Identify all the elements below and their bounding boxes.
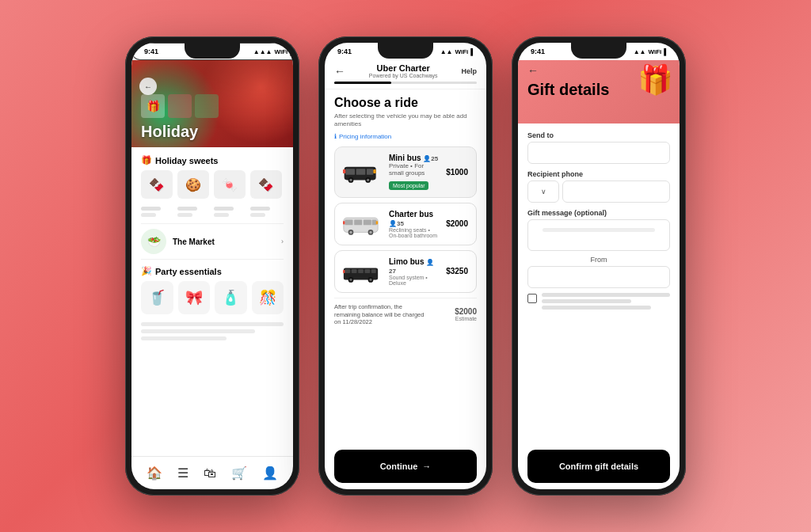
the-market-row[interactable]: 🥗 The Market › bbox=[141, 223, 284, 260]
svg-rect-3 bbox=[367, 169, 373, 176]
nav-bag-icon[interactable]: 🛍 bbox=[204, 466, 216, 481]
nav-search-icon[interactable]: ☰ bbox=[177, 466, 188, 481]
confirm-gift-button[interactable]: Confirm gift details bbox=[527, 450, 670, 483]
svg-rect-24 bbox=[358, 269, 364, 273]
mini-bus-price: $1000 bbox=[446, 168, 468, 177]
svg-rect-8 bbox=[343, 169, 345, 173]
svg-rect-19 bbox=[343, 221, 345, 224]
estimate-text: After trip confirmation, the remaining b… bbox=[334, 303, 429, 326]
svg-rect-9 bbox=[373, 169, 375, 173]
limo-bus-price: $3250 bbox=[446, 267, 468, 276]
svg-point-18 bbox=[369, 231, 371, 234]
phone2-title: Uber Charter bbox=[369, 63, 438, 73]
market-label: The Market bbox=[173, 238, 215, 246]
phone3-content: Send to Recipient phone ∨ Gift message (… bbox=[518, 124, 680, 446]
notch-2 bbox=[378, 43, 433, 59]
phone1-header: 🎁 Holiday ← bbox=[131, 60, 293, 147]
info-icon: ℹ bbox=[334, 133, 337, 140]
choose-ride-title: Choose a ride bbox=[334, 96, 477, 110]
party-essentials-title: 🎉 Party essentials bbox=[141, 266, 284, 276]
phone2-subtitle: Powered by US Coachways bbox=[369, 73, 438, 78]
wifi-icon-2: WiFi bbox=[455, 48, 469, 55]
market-chevron-icon: › bbox=[281, 238, 284, 245]
uber-progress-bar bbox=[334, 82, 477, 84]
svg-rect-26 bbox=[371, 269, 376, 273]
charter-bus-card[interactable]: Charter bus 👤35 Reclining seats • On-boa… bbox=[334, 203, 477, 245]
limo-bus-info: Limo bus 👤27 Sound system • Deluxe bbox=[389, 257, 440, 286]
phone-3: 9:41 ▲▲ WiFi ▌ ← Gift details 🎁 Send to … bbox=[512, 36, 686, 496]
gift-message-input[interactable] bbox=[527, 219, 670, 251]
status-icons-1: ▲▲▲ WiFi ▌ bbox=[253, 48, 293, 55]
recipient-phone-label: Recipient phone bbox=[527, 170, 670, 178]
charter-bus-name: Charter bus 👤35 bbox=[389, 210, 440, 227]
svg-rect-12 bbox=[354, 219, 362, 225]
phone-2: 9:41 ▲▲ WiFi ▌ ← Uber Charter Powered by… bbox=[318, 36, 493, 496]
limo-bus-card[interactable]: Limo bus 👤27 Sound system • Deluxe $3250 bbox=[334, 250, 477, 293]
phone1-header-image: 🎁 Holiday bbox=[131, 60, 293, 147]
most-popular-badge: Most popular bbox=[389, 181, 428, 190]
estimate-row: After trip confirmation, the remaining b… bbox=[334, 298, 477, 331]
checkbox[interactable] bbox=[527, 294, 537, 303]
item-chocolate2: 🍫 bbox=[250, 170, 282, 199]
bottom-lines bbox=[141, 319, 284, 347]
nav-profile-icon[interactable]: 👤 bbox=[262, 466, 278, 481]
svg-rect-23 bbox=[352, 269, 357, 273]
uber-progress-fill bbox=[334, 82, 391, 84]
svg-rect-31 bbox=[343, 270, 345, 273]
notch-1 bbox=[185, 43, 240, 59]
item-chocolate: 🍫 bbox=[141, 170, 173, 199]
svg-point-28 bbox=[349, 279, 352, 281]
nav-home-icon[interactable]: 🏠 bbox=[147, 466, 162, 481]
wifi-icon-3: WiFi bbox=[649, 48, 662, 55]
mini-bus-card[interactable]: Mini bus 👤25 Private • For small groups … bbox=[334, 146, 477, 198]
svg-rect-14 bbox=[372, 219, 377, 225]
choose-ride-subtitle: After selecting the vehicle you may be a… bbox=[334, 112, 477, 129]
gift-emoji-icon: 🎁 bbox=[638, 63, 673, 97]
mini-bus-info: Mini bus 👤25 Private • For small groups … bbox=[389, 154, 440, 191]
phone-number-input[interactable] bbox=[562, 180, 670, 203]
party-items: 🥤 🎀 🧴 🎊 bbox=[141, 281, 284, 314]
from-input[interactable] bbox=[527, 266, 670, 288]
mini-bus-image bbox=[343, 158, 383, 186]
phone2-header: ← Uber Charter Powered by US Coachways H… bbox=[325, 60, 486, 89]
phone2-content: Choose a ride After selecting the vehicl… bbox=[325, 89, 486, 445]
svg-rect-22 bbox=[345, 269, 351, 273]
holiday-sweets-items: 🍫 🍪 🍬 🍫 bbox=[141, 170, 284, 199]
send-to-label: Send to bbox=[527, 131, 670, 139]
svg-point-16 bbox=[349, 231, 352, 234]
signal-icon-2: ▲▲ bbox=[440, 48, 453, 55]
svg-point-5 bbox=[349, 179, 352, 181]
help-button[interactable]: Help bbox=[461, 67, 477, 75]
limo-bus-name: Limo bus 👤27 bbox=[389, 257, 440, 275]
phone1-back-button[interactable]: ← bbox=[139, 78, 157, 95]
svg-rect-25 bbox=[365, 269, 371, 273]
item-cup: 🥤 bbox=[141, 281, 173, 314]
phone1-content: 🎁 Holiday sweets 🍫 🍪 🍬 🍫 🥗 The Market › bbox=[131, 147, 293, 456]
pricing-info-link[interactable]: ℹ Pricing information bbox=[334, 133, 477, 140]
holiday-sweets-title: 🎁 Holiday sweets bbox=[141, 155, 284, 165]
charter-bus-info: Charter bus 👤35 Reclining seats • On-boa… bbox=[389, 210, 440, 238]
estimate-amount: $2000 bbox=[455, 307, 477, 316]
gift-message-label: Gift message (optional) bbox=[527, 209, 670, 217]
continue-button[interactable]: Continue → bbox=[334, 450, 477, 483]
mini-bus-name: Mini bus 👤25 bbox=[389, 154, 440, 162]
time-1: 9:41 bbox=[144, 48, 158, 55]
holiday-sweets-icon: 🎁 bbox=[141, 155, 152, 165]
svg-rect-20 bbox=[376, 221, 379, 224]
phone3-header: ← Gift details 🎁 bbox=[518, 60, 680, 124]
status-icons-2: ▲▲ WiFi ▌ bbox=[440, 48, 475, 55]
svg-point-7 bbox=[367, 179, 369, 181]
nav-cart-icon[interactable]: 🛒 bbox=[231, 466, 247, 481]
svg-rect-1 bbox=[345, 169, 355, 176]
notch-3 bbox=[571, 43, 626, 59]
charter-bus-image bbox=[343, 210, 383, 238]
time-3: 9:41 bbox=[531, 48, 545, 55]
phone1-nav: 🏠 ☰ 🛍 🛒 👤 bbox=[131, 456, 293, 489]
send-to-input[interactable] bbox=[527, 142, 670, 164]
phone-code-dropdown[interactable]: ∨ bbox=[527, 180, 559, 203]
phone2-back-button[interactable]: ← bbox=[334, 65, 345, 78]
item-bow: 🎊 bbox=[252, 281, 284, 314]
phone3-back-button[interactable]: ← bbox=[527, 64, 539, 77]
battery-icon-2: ▌ bbox=[470, 48, 475, 55]
phone-row: ∨ bbox=[527, 180, 670, 203]
